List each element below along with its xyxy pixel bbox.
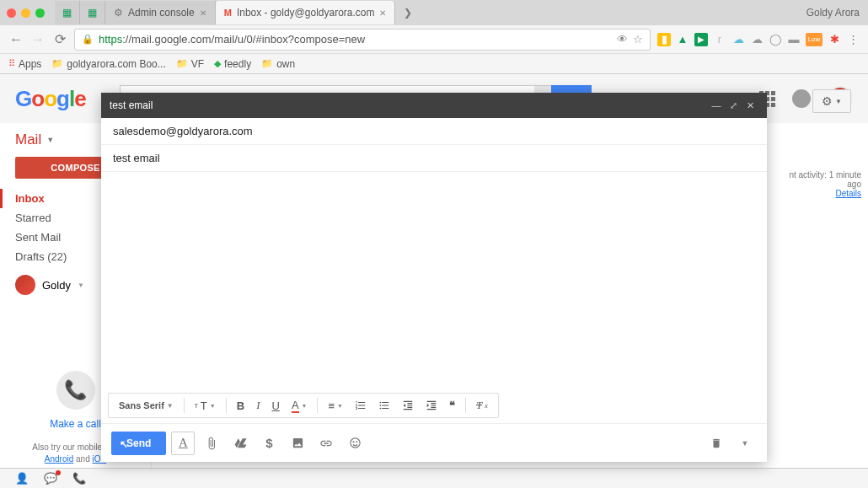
drive-button[interactable]: [228, 432, 252, 455]
avatar: [15, 275, 35, 295]
lock-icon: 🔒: [82, 34, 94, 45]
browser-tab-admin[interactable]: ⚙ Admin console ✕: [105, 1, 216, 24]
browser-tab-gmail[interactable]: M Inbox - goldy@goldyarora.com ✕: [216, 1, 396, 24]
window-minimize-button[interactable]: [21, 8, 30, 18]
svg-point-2: [351, 438, 360, 448]
close-icon[interactable]: ✕: [200, 8, 206, 18]
remove-formatting-button[interactable]: Tx: [471, 396, 493, 415]
emoji-button[interactable]: [343, 432, 367, 455]
browser-tab-pinned-2[interactable]: ▦: [80, 1, 105, 24]
bookmark-item[interactable]: 📁 own: [261, 58, 295, 70]
compose-body[interactable]: [101, 172, 767, 393]
numbered-list-button[interactable]: [350, 396, 372, 415]
text-color-button[interactable]: A▼: [287, 396, 313, 415]
bullet-list-icon: [378, 400, 390, 411]
apps-button[interactable]: ⠿ Apps: [8, 58, 41, 70]
phone-icon[interactable]: 📞: [72, 472, 86, 485]
reload-button[interactable]: ⟳: [52, 31, 67, 47]
feedly-icon: ◆: [214, 58, 221, 69]
google-logo[interactable]: Google: [15, 86, 86, 112]
extension-icon[interactable]: ✱: [828, 33, 841, 46]
bold-button[interactable]: B: [232, 396, 249, 415]
popout-button[interactable]: ⤢: [725, 100, 742, 111]
star-icon[interactable]: ☆: [633, 33, 643, 46]
bookmark-item[interactable]: 📁 goldyarora.com Boo...: [51, 58, 165, 70]
apps-label: Apps: [19, 58, 41, 70]
close-button[interactable]: ✕: [742, 100, 758, 111]
folder-icon: 📁: [261, 58, 273, 69]
address-bar[interactable]: 🔒 https://mail.google.com/mail/u/0/#inbo…: [74, 29, 651, 51]
attach-button[interactable]: [200, 432, 223, 455]
last-activity-text: nt activity: 1 minute ago: [782, 170, 861, 189]
details-link[interactable]: Details: [835, 189, 861, 198]
contacts-icon[interactable]: 👤: [15, 472, 29, 485]
quote-button[interactable]: ❝: [444, 396, 460, 415]
formatting-toggle-button[interactable]: A: [171, 432, 195, 455]
more-options-button[interactable]: ▼: [733, 432, 757, 455]
bookmark-label: own: [276, 58, 295, 70]
window-close-button[interactable]: [7, 8, 16, 18]
android-link[interactable]: Android: [45, 454, 73, 464]
link-button[interactable]: [314, 432, 338, 455]
money-button[interactable]: $: [257, 432, 281, 455]
back-button[interactable]: ←: [8, 32, 24, 47]
window-maximize-button[interactable]: [35, 8, 45, 18]
extension-icon[interactable]: r: [713, 33, 726, 46]
font-family-dropdown[interactable]: Sans Serif ▼: [114, 396, 179, 415]
cursor-icon: ↖: [120, 438, 128, 450]
cloud-icon[interactable]: ☁: [750, 33, 764, 46]
tab-label: Admin console: [128, 7, 195, 19]
hangouts-footer: 👤 💬 📞: [0, 468, 868, 488]
compose-title: test email: [110, 99, 153, 111]
align-button[interactable]: ≡▼: [323, 396, 348, 415]
forward-button[interactable]: →: [30, 32, 46, 47]
paperclip-icon: [205, 437, 218, 450]
extension-icon[interactable]: Low: [806, 33, 822, 46]
window-controls: [7, 8, 45, 18]
notifications-button[interactable]: [792, 89, 811, 108]
browser-tab-strip: ▦ ▦ ⚙ Admin console ✕ M Inbox - goldy@go…: [0, 0, 868, 25]
new-tab-button[interactable]: ❯: [395, 1, 421, 24]
underline-button[interactable]: U: [266, 396, 284, 415]
eye-icon[interactable]: 👁: [617, 33, 628, 46]
italic-button[interactable]: I: [251, 396, 265, 415]
minimize-button[interactable]: —: [708, 100, 725, 110]
indent-less-button[interactable]: [397, 396, 419, 415]
outdent-icon: [402, 400, 414, 411]
browser-profile[interactable]: Goldy Arora: [806, 7, 860, 19]
ordered-list-icon: [355, 400, 367, 411]
user-name: Goldy: [42, 279, 71, 292]
to-field[interactable]: salesdemo@goldyarora.com: [101, 118, 767, 145]
extension-icon[interactable]: ◯: [769, 33, 782, 46]
send-button[interactable]: Send ↖: [111, 432, 166, 455]
tab-label: Inbox - goldy@goldyarora.com: [237, 7, 375, 19]
indent-icon: [426, 400, 437, 411]
drive-icon[interactable]: ▲: [676, 33, 689, 46]
bullet-list-button[interactable]: [373, 396, 395, 415]
trash-icon: [710, 437, 722, 449]
close-icon[interactable]: ✕: [379, 8, 386, 18]
discard-button[interactable]: [705, 432, 728, 455]
settings-button[interactable]: ⚙ ▼: [812, 89, 851, 113]
bookmark-item[interactable]: 📁 VF: [176, 58, 204, 70]
bookmark-item[interactable]: ◆ feedly: [214, 58, 251, 70]
compose-header[interactable]: test email — ⤢ ✕: [101, 93, 767, 118]
indent-more-button[interactable]: [421, 396, 442, 415]
font-size-button[interactable]: тT▼: [190, 396, 221, 415]
emoji-icon: [349, 437, 362, 449]
cloud-icon[interactable]: ☁: [731, 33, 745, 46]
hangouts-icon[interactable]: 💬: [44, 472, 57, 485]
subject-field[interactable]: test email: [101, 145, 767, 172]
extension-icon[interactable]: ▶: [694, 33, 708, 46]
hangouts-call-icon[interactable]: 📞: [56, 371, 95, 410]
compose-actions: Send ↖ A $ ▼: [101, 423, 767, 462]
url-scheme: https: [99, 33, 122, 46]
extension-icon[interactable]: ▬: [787, 33, 801, 46]
browser-tab-pinned-1[interactable]: ▦: [55, 1, 80, 24]
photo-button[interactable]: [286, 432, 309, 455]
extensions: ▮ ▲ ▶ r ☁ ☁ ◯ ▬ Low ✱ ⋮: [657, 33, 860, 46]
chrome-menu-button[interactable]: ⋮: [846, 33, 860, 46]
sheets-icon: ▦: [62, 7, 72, 19]
url-host: ://mail.google.com: [122, 33, 212, 46]
extension-icon[interactable]: ▮: [657, 33, 671, 46]
